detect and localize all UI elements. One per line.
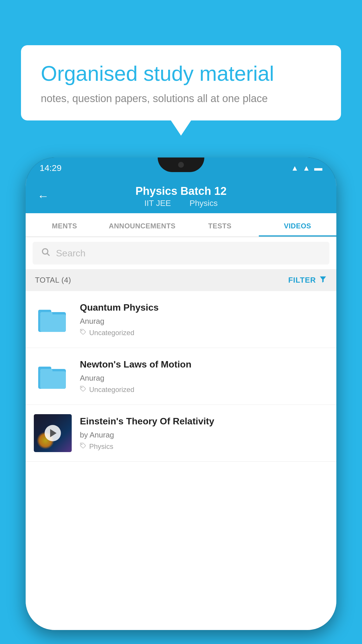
svg-point-0 <box>43 249 48 254</box>
video-info-2: Einstein's Theory Of Relativity by Anura… <box>80 414 328 451</box>
signal-icon: ▲ <box>303 164 310 173</box>
svg-line-1 <box>47 253 50 256</box>
tab-ments[interactable]: MENTS <box>26 213 103 237</box>
camera <box>178 162 184 168</box>
filter-label: FILTER <box>288 276 316 285</box>
wifi-icon: ▲ <box>291 164 299 173</box>
tab-announcements[interactable]: ANNOUNCEMENTS <box>103 213 181 237</box>
list-item[interactable]: Newton's Laws of Motion Anurag Uncategor… <box>26 348 336 405</box>
tabs-bar: MENTS ANNOUNCEMENTS TESTS VIDEOS <box>26 213 336 237</box>
phone-content: ← Physics Batch 12 IIT JEE Physics MENTS… <box>26 178 336 630</box>
filter-bar: TOTAL (4) FILTER <box>26 269 336 291</box>
tab-tests[interactable]: TESTS <box>181 213 259 237</box>
svg-rect-10 <box>40 371 66 389</box>
bubble-title: Organised study material <box>41 61 321 86</box>
back-button[interactable]: ← <box>37 189 49 202</box>
total-count: TOTAL (4) <box>35 276 71 285</box>
list-item[interactable]: Quantum Physics Anurag Uncategorized <box>26 291 336 348</box>
battery-icon: ▬ <box>314 163 322 173</box>
video-thumb-1 <box>34 357 72 395</box>
tag-label-2: Physics <box>89 442 113 451</box>
video-list: Quantum Physics Anurag Uncategorized <box>26 291 336 630</box>
video-info-1: Newton's Laws of Motion Anurag Uncategor… <box>80 357 328 394</box>
speech-bubble: Organised study material notes, question… <box>21 45 341 120</box>
video-author-1: Anurag <box>80 374 328 383</box>
status-time: 14:29 <box>40 163 61 173</box>
video-thumb-0 <box>34 300 72 338</box>
svg-point-13 <box>81 444 82 445</box>
video-tag-0: Uncategorized <box>80 329 328 337</box>
bubble-subtitle: notes, question papers, solutions all at… <box>41 92 321 105</box>
video-thumb-2 <box>34 414 72 452</box>
tag-label-0: Uncategorized <box>89 329 134 337</box>
svg-point-12 <box>81 387 82 388</box>
status-icons: ▲ ▲ ▬ <box>291 163 322 173</box>
search-box[interactable]: Search <box>33 242 329 265</box>
video-title-0: Quantum Physics <box>80 302 328 314</box>
subtitle-physics: Physics <box>189 199 217 208</box>
video-tag-2: Physics <box>80 442 328 451</box>
video-info-0: Quantum Physics Anurag Uncategorized <box>80 300 328 337</box>
folder-icon <box>37 360 69 392</box>
svg-point-7 <box>81 330 82 331</box>
tag-icon-1 <box>80 386 86 394</box>
video-title-1: Newton's Laws of Motion <box>80 358 328 371</box>
svg-marker-2 <box>320 276 326 283</box>
search-icon <box>41 247 51 259</box>
svg-rect-5 <box>40 314 66 332</box>
svg-rect-11 <box>40 369 52 373</box>
search-container: Search <box>26 237 336 269</box>
subtitle-iitjee: IIT JEE <box>144 199 171 208</box>
tab-videos[interactable]: VIDEOS <box>259 213 337 237</box>
header-subtitle: IIT JEE Physics <box>140 199 222 208</box>
tag-label-1: Uncategorized <box>89 386 134 394</box>
play-icon <box>50 429 57 437</box>
filter-funnel-icon <box>319 275 327 285</box>
video-tag-1: Uncategorized <box>80 386 328 394</box>
svg-rect-6 <box>40 312 52 316</box>
tag-icon-2 <box>80 442 86 451</box>
status-bar: 14:29 ▲ ▲ ▬ <box>26 158 336 178</box>
play-button[interactable] <box>45 425 61 441</box>
search-placeholder: Search <box>56 248 85 259</box>
header-title: Physics Batch 12 <box>136 185 227 197</box>
video-title-2: Einstein's Theory Of Relativity <box>80 415 328 428</box>
list-item[interactable]: Einstein's Theory Of Relativity by Anura… <box>26 405 336 462</box>
video-author-0: Anurag <box>80 317 328 326</box>
app-header: ← Physics Batch 12 IIT JEE Physics <box>26 178 336 213</box>
folder-icon <box>37 303 69 335</box>
phone-frame: 14:29 ▲ ▲ ▬ ← Physics Batch 12 IIT JEE P… <box>26 158 336 630</box>
tag-icon-0 <box>80 329 86 337</box>
video-author-2: by Anurag <box>80 430 328 440</box>
filter-button[interactable]: FILTER <box>288 275 327 285</box>
phone-notch <box>158 158 204 172</box>
